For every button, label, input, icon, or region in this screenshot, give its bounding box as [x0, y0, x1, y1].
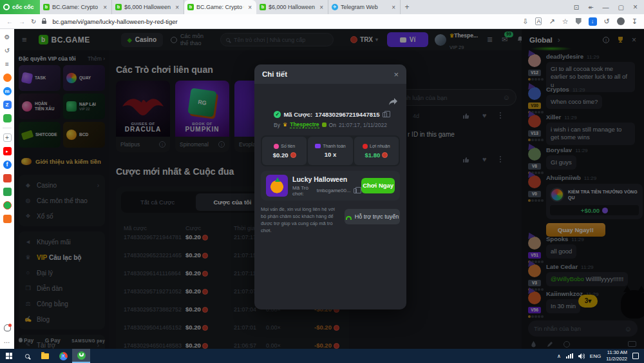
- bookmark-star-icon[interactable]: ☆: [562, 17, 569, 26]
- facebook-icon[interactable]: f: [3, 161, 12, 169]
- copy-icon[interactable]: [354, 188, 357, 193]
- tab-bcgame-2-active[interactable]: b BC.Game: Crypto Casino Gam ×: [184, 0, 256, 14]
- youtube-icon[interactable]: ▸: [3, 147, 12, 155]
- bet-id-line: ✓ Mã Cược: 1748302967219447815: [254, 111, 406, 118]
- bet-byline: By ♛ Thespectre On 21:07:17, 1/11/2022: [254, 121, 406, 128]
- tab-telegram[interactable]: ✈ Telegram Web ×: [328, 0, 401, 14]
- trx-coin-icon: [290, 152, 296, 158]
- save-page-icon[interactable]: ⇩: [522, 17, 528, 26]
- share-icon[interactable]: ↗: [549, 17, 554, 26]
- bet-stats: Số tiền $0.20 Thanh toán 10 x Lợi nhuận …: [261, 135, 400, 166]
- add-shortcut-icon[interactable]: +: [3, 133, 12, 142]
- crown-icon: ♛: [283, 122, 287, 128]
- bcgame-favicon-icon: b: [43, 4, 50, 10]
- forward-icon[interactable]: →: [19, 18, 25, 25]
- modal-close-icon[interactable]: ×: [393, 70, 399, 79]
- coccoc-icon: [77, 351, 86, 360]
- show-hidden-icons[interactable]: ∧: [557, 353, 561, 359]
- download-active-icon[interactable]: ↓: [589, 17, 597, 26]
- browser-profile-icon[interactable]: [617, 17, 625, 25]
- chrome-icon: [59, 352, 68, 360]
- bcgame-favicon-icon: b: [187, 4, 194, 10]
- stat-amount: Số tiền $0.20: [262, 137, 307, 165]
- play-now-button[interactable]: Chơi Ngay: [361, 178, 395, 193]
- volume-icon[interactable]: [578, 353, 585, 359]
- coccoc-logo-icon: [3, 4, 10, 10]
- bet-id: 1748302967219447815: [315, 111, 379, 118]
- bcgame-favicon-icon: b: [115, 4, 122, 10]
- file-explorer-button[interactable]: [36, 349, 54, 363]
- sync-icon[interactable]: ↺: [604, 17, 610, 26]
- game-name: Lucky Halloween: [292, 175, 357, 183]
- game-row: Lucky Halloween Mã Trò chơi: tmbcgame00.…: [261, 171, 400, 201]
- tab-close-icon[interactable]: ×: [174, 4, 180, 11]
- tab-close-icon[interactable]: ×: [102, 4, 108, 11]
- tab-close-icon[interactable]: ×: [247, 4, 253, 11]
- coccoc-brand-label: cốc cốc: [12, 4, 34, 10]
- settings-icon[interactable]: ⚙: [3, 33, 12, 41]
- zalo-icon[interactable]: Z: [3, 101, 12, 109]
- games-icon[interactable]: [3, 114, 12, 123]
- shop-icon-2[interactable]: [3, 188, 12, 196]
- maximize-button[interactable]: ▢: [618, 4, 624, 11]
- tab-close-icon[interactable]: ×: [318, 4, 325, 11]
- feed-icon[interactable]: ≡: [3, 60, 12, 68]
- bet-details-modal: Chi tiết × ✓ Mã Cược: 174830296721944781…: [254, 64, 406, 309]
- browser-tab-bar: cốc cốc b BC.Game: Crypto Casino Gam × b…: [0, 0, 644, 14]
- chrome-button[interactable]: [54, 349, 72, 363]
- coccoc-app-button[interactable]: [72, 349, 90, 363]
- live-support-button[interactable]: Hỗ trợ trực tuyến: [345, 209, 400, 224]
- start-button[interactable]: [0, 349, 18, 363]
- history-icon[interactable]: ↺: [3, 46, 12, 55]
- share-bet-icon[interactable]: [389, 98, 397, 105]
- telegram-favicon-icon: ✈: [332, 4, 338, 10]
- adblock-shield-icon[interactable]: [576, 18, 582, 25]
- window-close-button[interactable]: ×: [633, 3, 638, 12]
- language-indicator[interactable]: ENG: [590, 353, 601, 359]
- lock-icon: [42, 21, 46, 24]
- stat-payout: Thanh toán 10 x: [308, 137, 352, 165]
- minimize-button[interactable]: —: [603, 4, 609, 11]
- action-center-icon[interactable]: [632, 353, 639, 359]
- search-icon: [25, 354, 30, 358]
- player-name-link[interactable]: Thespectre: [290, 121, 319, 128]
- shop-icon-1[interactable]: [3, 174, 12, 182]
- headset-icon: [346, 216, 352, 220]
- reload-icon[interactable]: ↻: [31, 18, 36, 25]
- network-icon[interactable]: [566, 353, 573, 359]
- translate-icon[interactable]: A: [535, 17, 542, 25]
- tab-bcgame-1[interactable]: b BC.Game: Crypto Casino Gam ×: [40, 0, 112, 14]
- taskbar-clock[interactable]: 11:30 AM 11/2/2022: [606, 349, 627, 362]
- coccoc-side-rail: ⚙ ↺ ≡ m Z + ▸ f …: [0, 29, 14, 349]
- downloads-tray-icon[interactable]: ↧: [632, 17, 638, 26]
- shop-icon-3[interactable]: [3, 201, 12, 210]
- hot-icon[interactable]: [3, 74, 12, 82]
- windows-taskbar: ∧ ENG 11:30 AM 11/2/2022: [0, 349, 644, 363]
- more-icon[interactable]: …: [3, 337, 12, 345]
- modal-header: Chi tiết ×: [254, 64, 406, 84]
- coccoc-menu-button[interactable]: cốc cốc: [0, 0, 40, 14]
- player-emote-icon: [322, 123, 327, 127]
- payout-icon: [315, 144, 321, 148]
- bet-datetime: 21:07:17, 1/11/2022: [339, 122, 387, 128]
- support-help-text: Mọi vấn đề, xin vui lòng liên hệ với bộ …: [261, 206, 339, 235]
- cart-icon[interactable]: [3, 215, 12, 223]
- tab-close-icon[interactable]: ×: [390, 4, 397, 11]
- modal-title: Chi tiết: [262, 70, 287, 78]
- notification-bell-icon[interactable]: [4, 324, 11, 331]
- taskbar-search-button[interactable]: [18, 349, 36, 363]
- game-thumbnail[interactable]: [266, 175, 288, 197]
- game-code: tmbcgame00...: [317, 188, 351, 193]
- profit-icon: [363, 144, 368, 149]
- tab-preview-icon[interactable]: ⊡: [574, 4, 579, 11]
- session-restore-icon[interactable]: ↞: [588, 4, 593, 11]
- bcgame-favicon-icon: b: [260, 4, 266, 10]
- verified-check-icon: ✓: [274, 111, 281, 118]
- new-tab-button[interactable]: +: [401, 0, 413, 14]
- copy-icon[interactable]: [383, 112, 387, 117]
- tab-halloween-battle-1[interactable]: b $6,000 Halloween Slot Battle ×: [112, 0, 184, 14]
- url-text[interactable]: bc.game/vi/game/lucky-halloween-by-red-t…: [52, 18, 177, 25]
- messenger-icon[interactable]: m: [3, 87, 12, 95]
- tab-halloween-battle-2[interactable]: b $6,000 Halloween Slot Battle ×: [256, 0, 328, 14]
- back-icon[interactable]: ←: [6, 18, 13, 25]
